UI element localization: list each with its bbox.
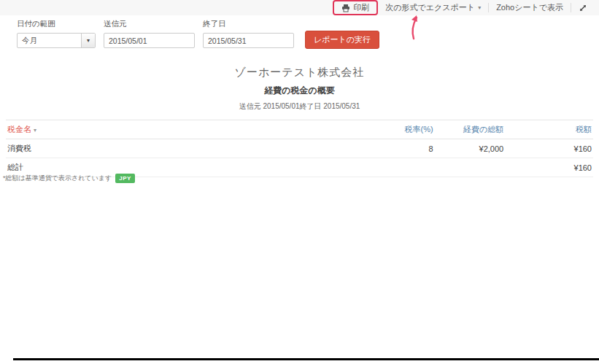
- cell-expense-total: ¥2,000: [435, 139, 506, 158]
- from-date-input[interactable]: [104, 33, 195, 48]
- filter-bar: 日付の範囲 今月 ▾ 送信元 終了日 レポートの実行: [0, 19, 599, 48]
- report-date-range: 送信元 2015/05/01終了日 2015/05/31: [0, 101, 599, 112]
- toolbar: 印刷 次の形式でエクスポート ▾ Zohoシートで表示: [0, 0, 599, 15]
- to-date-label: 終了日: [203, 19, 294, 29]
- cell-expense-total: [435, 158, 506, 177]
- printer-icon: [341, 4, 350, 12]
- to-date-input[interactable]: [203, 33, 294, 48]
- zoho-sheet-button[interactable]: Zohoシートで表示: [489, 0, 571, 15]
- date-range-label: 日付の範囲: [17, 19, 96, 29]
- print-label: 印刷: [353, 2, 369, 13]
- chevron-down-icon[interactable]: ▾: [81, 34, 95, 47]
- cell-tax-amount: ¥160: [505, 139, 593, 158]
- cell-tax-rate: [300, 158, 435, 177]
- column-header-tax-rate[interactable]: 税率(%): [300, 120, 435, 139]
- column-header-expense-total[interactable]: 経費の総額: [435, 120, 506, 139]
- report-header: ゾーホーテスト株式会社 経費の税金の概要 送信元 2015/05/01終了日 2…: [0, 66, 599, 112]
- column-header-tax-amount[interactable]: 税額: [505, 120, 593, 139]
- currency-footnote: *総額は基準通貨で表示されています JPY: [3, 174, 135, 183]
- date-range-filter: 日付の範囲 今月 ▾: [17, 19, 96, 48]
- zoho-sheet-label: Zohoシートで表示: [496, 2, 563, 13]
- to-date-filter: 終了日: [203, 19, 294, 48]
- print-button[interactable]: 印刷: [334, 0, 376, 15]
- print-annotation-box: 印刷: [333, 0, 378, 15]
- company-name: ゾーホーテスト株式会社: [0, 66, 599, 80]
- chevron-down-icon: ▾: [478, 5, 481, 11]
- date-range-value: 今月: [22, 36, 37, 46]
- column-header-tax-name[interactable]: 税金名▾: [6, 120, 300, 139]
- footnote-text: *総額は基準通貨で表示されています: [3, 174, 112, 183]
- from-date-filter: 送信元: [104, 19, 195, 48]
- table-row: 消費税 8 ¥2,000 ¥160: [6, 139, 593, 158]
- window-bottom-border: [13, 358, 599, 360]
- export-label: 次の形式でエクスポート: [385, 2, 475, 13]
- fullscreen-expand-icon[interactable]: [571, 0, 595, 15]
- report-title: 経費の税金の概要: [0, 85, 599, 97]
- tax-summary-table: 税金名▾ 税率(%) 経費の総額 税額 消費税 8 ¥2,000 ¥160 総計…: [6, 120, 593, 177]
- run-report-button[interactable]: レポートの実行: [305, 31, 379, 49]
- cell-tax-name: 消費税: [6, 139, 300, 158]
- sort-caret-icon: ▾: [34, 127, 36, 133]
- export-dropdown-button[interactable]: 次の形式でエクスポート ▾: [378, 0, 488, 15]
- date-range-select[interactable]: 今月 ▾: [17, 33, 96, 48]
- cell-tax-rate: 8: [300, 139, 435, 158]
- currency-badge: JPY: [115, 174, 135, 183]
- cell-tax-amount: ¥160: [505, 158, 593, 177]
- table-header-row: 税金名▾ 税率(%) 経費の総額 税額: [6, 120, 593, 139]
- from-date-label: 送信元: [104, 19, 195, 29]
